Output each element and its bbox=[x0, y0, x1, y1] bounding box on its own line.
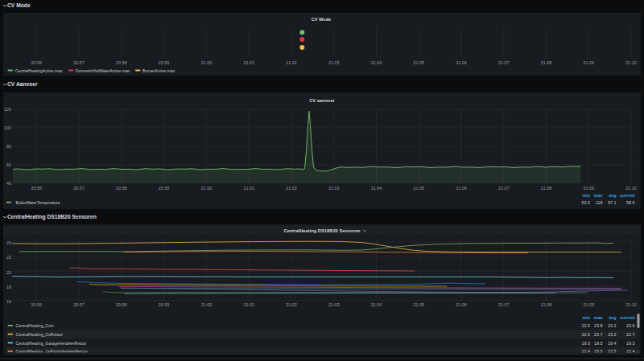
svg-text:21:10: 21:10 bbox=[625, 185, 637, 190]
svg-text:CentralHeating DS18B20 Sensore: CentralHeating DS18B20 Sensoren bbox=[283, 228, 361, 233]
svg-text:21:09: 21:09 bbox=[584, 59, 595, 64]
svg-text:21:04: 21:04 bbox=[371, 59, 382, 64]
svg-text:20:56: 20:56 bbox=[31, 302, 43, 307]
svg-text:22.6: 22.6 bbox=[582, 332, 591, 337]
svg-text:CentralHeating_CvIn: CentralHeating_CvIn bbox=[16, 323, 54, 328]
svg-text:21:05: 21:05 bbox=[413, 302, 424, 307]
svg-text:21:01: 21:01 bbox=[243, 59, 254, 64]
svg-text:19.5: 19.5 bbox=[594, 341, 603, 346]
svg-text:23.6: 23.6 bbox=[626, 323, 635, 328]
svg-text:16: 16 bbox=[6, 299, 11, 304]
svg-text:20:56: 20:56 bbox=[31, 185, 43, 190]
svg-text:21:00: 21:00 bbox=[201, 302, 213, 307]
svg-text:120: 120 bbox=[4, 107, 11, 112]
svg-text:21:08: 21:08 bbox=[541, 185, 552, 190]
svg-text:21:07: 21:07 bbox=[498, 185, 510, 190]
svg-text:21:04: 21:04 bbox=[371, 302, 382, 307]
svg-text:58.5: 58.5 bbox=[626, 200, 635, 205]
svg-text:40: 40 bbox=[6, 181, 11, 186]
svg-text:21:02: 21:02 bbox=[286, 59, 297, 64]
svg-text:current: current bbox=[620, 193, 635, 198]
svg-text:avg: avg bbox=[609, 193, 616, 198]
svg-text:57.1: 57.1 bbox=[608, 200, 617, 205]
svg-text:21:07: 21:07 bbox=[498, 59, 510, 64]
svg-text:21:06: 21:06 bbox=[456, 302, 467, 307]
svg-text:CV aanvoer: CV aanvoer bbox=[309, 97, 335, 102]
svg-text:min: min bbox=[582, 315, 590, 320]
svg-text:21:02: 21:02 bbox=[286, 302, 297, 307]
svg-text:23.2: 23.2 bbox=[608, 332, 617, 337]
svg-text:21:04: 21:04 bbox=[371, 185, 382, 190]
svg-text:21:10: 21:10 bbox=[625, 302, 637, 307]
svg-text:24: 24 bbox=[6, 240, 11, 245]
svg-text:19.3: 19.3 bbox=[582, 341, 591, 346]
svg-text:DomesticHotWaterActive.max: DomesticHotWaterActive.max bbox=[76, 68, 130, 73]
svg-text:21:09: 21:09 bbox=[584, 302, 595, 307]
svg-text:21:00: 21:00 bbox=[201, 59, 213, 64]
svg-text:22: 22 bbox=[6, 255, 11, 260]
svg-text:53.5: 53.5 bbox=[582, 200, 591, 205]
svg-text:22.7: 22.7 bbox=[626, 332, 635, 337]
svg-text:BurnerActive.max: BurnerActive.max bbox=[142, 68, 175, 73]
svg-text:20:59: 20:59 bbox=[159, 185, 170, 190]
svg-text:20:58: 20:58 bbox=[116, 302, 127, 307]
svg-text:max: max bbox=[594, 193, 603, 198]
svg-text:avg: avg bbox=[609, 315, 616, 320]
svg-text:21:08: 21:08 bbox=[541, 59, 552, 64]
svg-text:60: 60 bbox=[6, 162, 11, 167]
svg-text:118: 118 bbox=[596, 200, 603, 205]
svg-text:21:07: 21:07 bbox=[498, 302, 510, 307]
svg-text:80: 80 bbox=[6, 144, 11, 149]
svg-text:20:58: 20:58 bbox=[116, 59, 127, 64]
svg-text:min: min bbox=[582, 193, 590, 198]
svg-text:20:58: 20:58 bbox=[116, 185, 127, 190]
svg-text:100: 100 bbox=[4, 125, 11, 130]
svg-text:21:06: 21:06 bbox=[456, 59, 467, 64]
svg-text:20: 20 bbox=[6, 270, 11, 275]
svg-text:CentralHeating_GarageVerdelerR: CentralHeating_GarageVerdelerRetour bbox=[16, 341, 87, 346]
svg-text:20:57: 20:57 bbox=[73, 59, 85, 64]
svg-text:max: max bbox=[594, 315, 603, 320]
svg-text:20:56: 20:56 bbox=[31, 59, 43, 64]
svg-text:CentralHeatingActive.max: CentralHeatingActive.max bbox=[15, 68, 63, 73]
svg-text:19.4: 19.4 bbox=[608, 341, 617, 346]
svg-text:20:59: 20:59 bbox=[159, 302, 170, 307]
svg-text:21:10: 21:10 bbox=[625, 59, 637, 64]
svg-text:23.8: 23.8 bbox=[594, 323, 603, 328]
svg-text:21:06: 21:06 bbox=[456, 185, 467, 190]
svg-text:current: current bbox=[620, 315, 635, 320]
svg-text:21:00: 21:00 bbox=[201, 185, 213, 190]
svg-text:CV Mode: CV Mode bbox=[312, 16, 332, 21]
svg-text:21:05: 21:05 bbox=[413, 59, 424, 64]
svg-text:21:03: 21:03 bbox=[328, 185, 340, 190]
svg-text:BoilerWaterTemperature: BoilerWaterTemperature bbox=[16, 200, 60, 205]
svg-text:21:05: 21:05 bbox=[413, 185, 424, 190]
svg-text:21:01: 21:01 bbox=[243, 185, 254, 190]
svg-text:20:59: 20:59 bbox=[159, 59, 170, 64]
svg-text:CentralHeating_CvRetour: CentralHeating_CvRetour bbox=[16, 332, 64, 337]
svg-text:23.2: 23.2 bbox=[608, 323, 617, 328]
svg-text:22.6: 22.6 bbox=[582, 323, 591, 328]
svg-text:23.7: 23.7 bbox=[594, 332, 603, 337]
svg-text:21:03: 21:03 bbox=[328, 59, 340, 64]
svg-text:21:03: 21:03 bbox=[328, 302, 340, 307]
svg-text:21:08: 21:08 bbox=[541, 302, 552, 307]
svg-text:20:57: 20:57 bbox=[73, 185, 85, 190]
svg-text:20:57: 20:57 bbox=[73, 302, 85, 307]
svg-text:21:02: 21:02 bbox=[286, 185, 297, 190]
svg-text:19.3: 19.3 bbox=[626, 341, 635, 346]
svg-text:18: 18 bbox=[6, 285, 11, 289]
svg-text:21:09: 21:09 bbox=[584, 185, 595, 190]
svg-text:21:01: 21:01 bbox=[243, 302, 254, 307]
